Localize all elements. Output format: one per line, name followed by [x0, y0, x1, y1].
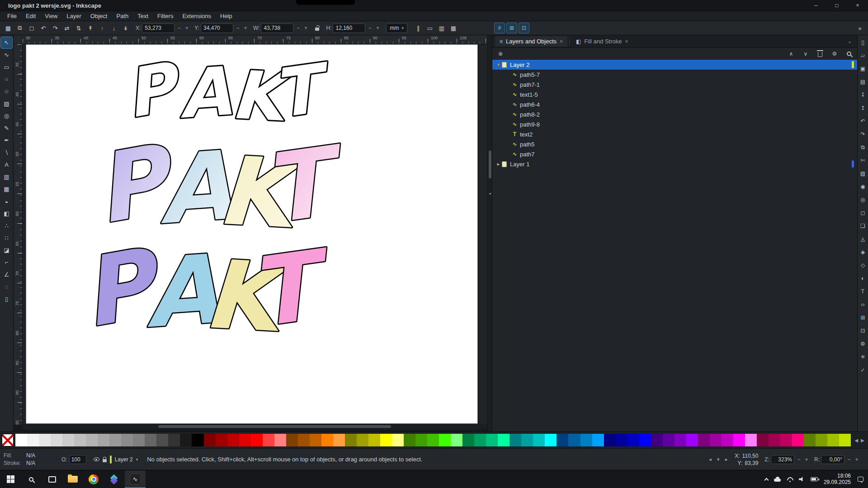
spray-tool[interactable]: ∷	[1, 232, 12, 244]
color-swatch[interactable]	[227, 434, 239, 446]
measure-tool[interactable]: ∠	[1, 269, 12, 280]
color-swatch[interactable]	[580, 434, 592, 446]
y-input[interactable]	[201, 23, 233, 33]
maximize-button[interactable]: □	[826, 0, 847, 11]
pen-tool[interactable]: ✒	[1, 135, 12, 146]
snap-nodes-toggle[interactable]: ⊡	[519, 23, 529, 33]
dock-resize-handle[interactable]: ◂	[488, 189, 491, 198]
paste-button[interactable]: ▨	[859, 169, 868, 178]
deselect-button[interactable]: ◻	[26, 23, 37, 33]
network-icon[interactable]	[787, 477, 793, 482]
add-layer-button[interactable]: ⊕	[496, 49, 505, 58]
raise-button[interactable]: ↑	[97, 23, 108, 33]
object-row-path5-7[interactable]: ∿path5-7	[492, 70, 857, 80]
no-color-swatch[interactable]	[2, 434, 14, 446]
horizontal-scrollbar[interactable]	[23, 424, 487, 429]
preferences-button[interactable]: ⚙	[859, 339, 868, 348]
gradient-tool[interactable]: ▥	[1, 171, 12, 183]
document-properties-button[interactable]: ⊡	[859, 326, 868, 335]
color-swatch[interactable]	[39, 434, 51, 446]
tab-fill-and-stroke[interactable]: ◧ Fill and Stroke ×	[571, 36, 632, 47]
new-document-button[interactable]: ▯	[859, 38, 868, 47]
color-swatch[interactable]	[745, 434, 757, 446]
color-swatch[interactable]	[427, 434, 439, 446]
expander-icon[interactable]: ▶	[495, 162, 502, 166]
color-swatch[interactable]	[509, 434, 521, 446]
close-icon[interactable]: ×	[625, 38, 628, 45]
x-input[interactable]	[142, 23, 175, 33]
undo-button[interactable]: ↶	[859, 117, 868, 126]
layer-lock-icon[interactable]	[103, 459, 107, 462]
scale-pattern-toggle[interactable]: ▦	[448, 23, 459, 33]
color-swatch[interactable]	[592, 434, 604, 446]
color-swatch[interactable]	[498, 434, 509, 446]
color-swatch[interactable]	[204, 434, 216, 446]
color-swatch[interactable]	[557, 434, 568, 446]
color-swatch[interactable]	[86, 434, 98, 446]
menu-text[interactable]: Text	[133, 12, 153, 20]
status-menu-icon[interactable]: ▼	[716, 457, 720, 462]
tray-expand-button[interactable]	[765, 477, 768, 482]
battery-icon[interactable]	[811, 477, 818, 481]
color-swatch[interactable]	[486, 434, 498, 446]
color-swatch[interactable]	[380, 434, 392, 446]
scale-stroke-toggle[interactable]: ∥	[413, 23, 424, 33]
dock-menu-button[interactable]: ⌄	[845, 37, 854, 46]
zoom-increment[interactable]: +	[803, 455, 810, 464]
layer-row-layer-1[interactable]: ▶Layer 1	[492, 159, 857, 169]
close-icon[interactable]: ×	[560, 38, 563, 45]
vertical-ruler[interactable]: 35404550556065707580859095	[14, 44, 23, 425]
layer-visibility-icon[interactable]	[94, 457, 99, 461]
delete-item-button[interactable]	[816, 49, 825, 58]
toolbar-overflow-button[interactable]: »	[854, 23, 865, 33]
design-app-button[interactable]	[104, 470, 125, 488]
color-swatch[interactable]	[98, 434, 109, 446]
zoom-drawing-button[interactable]: ◎	[859, 195, 868, 204]
tweak-tool[interactable]: ∴	[1, 220, 12, 231]
color-swatch[interactable]	[109, 434, 121, 446]
color-swatch[interactable]	[604, 434, 616, 446]
volume-icon[interactable]	[799, 477, 805, 482]
color-swatch[interactable]	[121, 434, 133, 446]
redo-button[interactable]: ↷	[859, 130, 868, 139]
chrome-button[interactable]	[83, 470, 104, 488]
color-swatch[interactable]	[133, 434, 145, 446]
object-row-path5[interactable]: ∿path5	[492, 139, 857, 149]
move-up-button[interactable]: ∧	[787, 49, 796, 58]
color-swatch[interactable]	[321, 434, 333, 446]
horizontal-scrollbar-thumb[interactable]	[158, 425, 391, 428]
object-row-path9-8[interactable]: ∿path9-8	[492, 119, 857, 129]
canvas-viewport[interactable]: PAKTPAKTPAKT	[23, 44, 487, 424]
color-swatch[interactable]	[639, 434, 651, 446]
y-decrement[interactable]: −	[235, 24, 241, 32]
h-decrement[interactable]: −	[367, 24, 373, 32]
color-swatch[interactable]	[286, 434, 298, 446]
taskbar-clock[interactable]: 18:06 29.09.2025	[824, 473, 851, 485]
group-button[interactable]: ◈	[859, 248, 868, 257]
color-swatch[interactable]	[568, 434, 580, 446]
color-swatch[interactable]	[62, 434, 74, 446]
rotation-input[interactable]	[821, 455, 844, 464]
color-swatch[interactable]	[51, 434, 62, 446]
color-swatch[interactable]	[804, 434, 816, 446]
color-swatch[interactable]	[663, 434, 675, 446]
layer-row-layer-2[interactable]: ▼Layer 2	[492, 60, 857, 70]
pages-tool[interactable]: ▯	[1, 293, 12, 305]
node-tool[interactable]: ∿	[1, 49, 12, 61]
h-increment[interactable]: +	[374, 24, 381, 32]
snap-global-toggle[interactable]: #	[494, 23, 505, 33]
color-swatch[interactable]	[451, 434, 462, 446]
y-increment[interactable]: +	[242, 24, 249, 32]
scale-gradient-toggle[interactable]: ▥	[436, 23, 447, 33]
flip-horizontal-button[interactable]: ⇄	[61, 23, 72, 33]
box3d-tool[interactable]: ▧	[1, 98, 12, 109]
import-button[interactable]: ↧	[859, 90, 868, 99]
zoom-decrement[interactable]: −	[796, 455, 802, 464]
rotate-cw-button[interactable]: ↷	[50, 23, 61, 33]
current-layer-indicator[interactable]: Layer 2 ▾	[94, 455, 138, 464]
color-swatch[interactable]	[192, 434, 203, 446]
w-input[interactable]	[261, 23, 293, 33]
spellcheck-button[interactable]: ✓	[859, 366, 868, 375]
color-swatch[interactable]	[27, 434, 39, 446]
color-swatch[interactable]	[545, 434, 557, 446]
